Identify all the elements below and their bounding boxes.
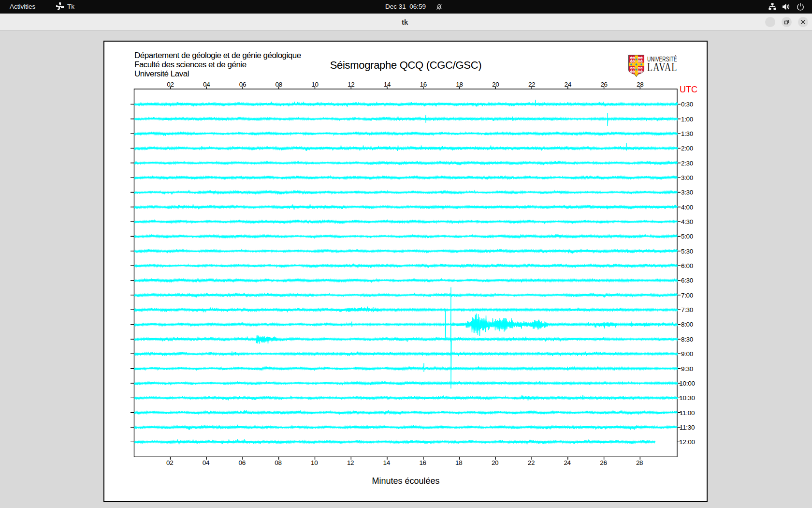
svg-text:06: 06 <box>239 81 246 88</box>
svg-text:9:00: 9:00 <box>681 350 693 358</box>
svg-text:10: 10 <box>311 81 318 88</box>
svg-text:8:30: 8:30 <box>681 336 693 343</box>
svg-text:12: 12 <box>347 459 354 466</box>
svg-text:0:30: 0:30 <box>681 101 693 108</box>
svg-text:2:00: 2:00 <box>681 145 693 152</box>
svg-text:Séismographe QCQ (CGC/GSC): Séismographe QCQ (CGC/GSC) <box>330 59 482 71</box>
svg-text:04: 04 <box>203 459 210 466</box>
svg-text:7:00: 7:00 <box>681 292 693 299</box>
svg-text:1:30: 1:30 <box>681 130 693 137</box>
svg-text:02: 02 <box>166 459 173 466</box>
svg-text:Faculté des sciences et de gén: Faculté des sciences et de génie <box>134 60 246 69</box>
svg-text:9:30: 9:30 <box>681 365 693 373</box>
svg-text:20: 20 <box>492 459 498 466</box>
svg-text:16: 16 <box>419 459 426 466</box>
svg-text:14: 14 <box>383 459 391 466</box>
svg-text:UTC: UTC <box>680 85 697 94</box>
svg-text:3:30: 3:30 <box>681 189 693 196</box>
svg-text:1:00: 1:00 <box>681 116 693 123</box>
svg-text:4:00: 4:00 <box>681 204 693 211</box>
svg-text:5:30: 5:30 <box>681 248 693 255</box>
svg-text:08: 08 <box>275 81 282 88</box>
svg-text:04: 04 <box>203 81 210 88</box>
svg-text:3:00: 3:00 <box>681 174 693 181</box>
svg-text:10:30: 10:30 <box>679 394 695 402</box>
svg-text:26: 26 <box>600 459 607 466</box>
svg-text:24: 24 <box>564 459 571 466</box>
svg-text:6:00: 6:00 <box>681 262 693 269</box>
svg-text:22: 22 <box>528 459 535 466</box>
svg-text:10:00: 10:00 <box>679 380 695 387</box>
svg-text:26: 26 <box>600 81 607 88</box>
svg-text:Département de géologie et de: Département de géologie et de génie géol… <box>134 51 301 60</box>
svg-text:18: 18 <box>455 459 462 466</box>
svg-text:8:00: 8:00 <box>681 321 693 328</box>
svg-text:12: 12 <box>348 81 354 88</box>
svg-text:2:30: 2:30 <box>681 160 693 167</box>
svg-text:14: 14 <box>384 81 391 88</box>
svg-text:22: 22 <box>528 81 535 88</box>
svg-text:11:00: 11:00 <box>680 409 695 417</box>
svg-text:Université Laval: Université Laval <box>134 69 189 78</box>
svg-text:24: 24 <box>565 81 572 88</box>
svg-text:10: 10 <box>311 459 318 466</box>
svg-text:Minutes écoulées: Minutes écoulées <box>372 476 439 486</box>
svg-text:7:30: 7:30 <box>681 306 693 314</box>
svg-text:16: 16 <box>420 81 427 88</box>
svg-text:06: 06 <box>239 459 246 466</box>
svg-text:08: 08 <box>275 459 281 466</box>
svg-text:11:30: 11:30 <box>680 424 695 431</box>
svg-text:18: 18 <box>456 81 463 88</box>
svg-text:28: 28 <box>636 459 643 466</box>
svg-text:12:00: 12:00 <box>679 438 695 446</box>
svg-text:5:00: 5:00 <box>681 233 693 240</box>
svg-text:20: 20 <box>492 81 499 88</box>
svg-text:4:30: 4:30 <box>681 218 693 225</box>
svg-text:02: 02 <box>167 81 174 88</box>
svg-text:28: 28 <box>637 81 643 88</box>
svg-text:6:30: 6:30 <box>681 277 693 284</box>
